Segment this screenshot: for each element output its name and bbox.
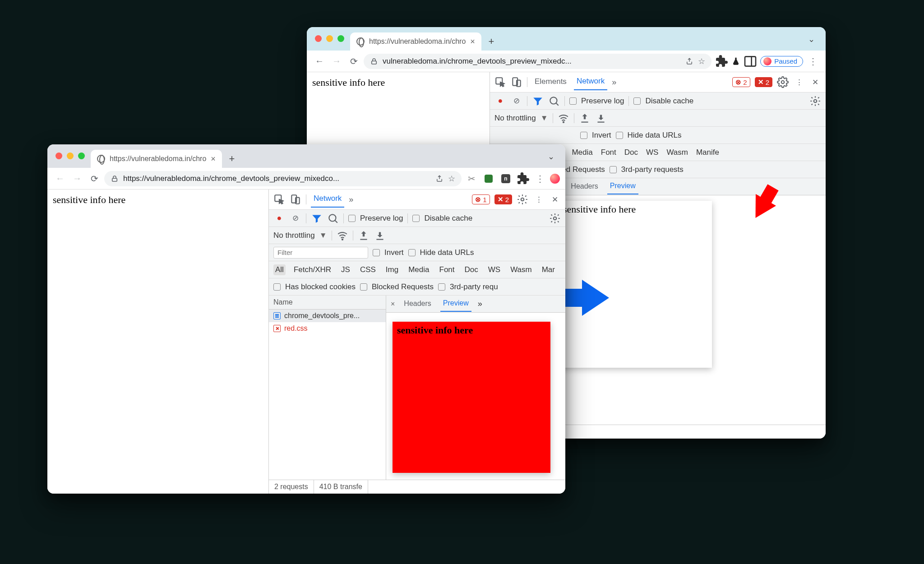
- clear-icon[interactable]: ⊘: [290, 213, 301, 224]
- preserve-log-checkbox[interactable]: [348, 215, 356, 222]
- close-window-button[interactable]: [55, 153, 62, 159]
- kebab-icon[interactable]: ⋮: [793, 76, 805, 88]
- name-column-header[interactable]: Name: [269, 296, 386, 310]
- panel-icon[interactable]: [743, 54, 758, 69]
- hide-urls-checkbox[interactable]: [408, 249, 416, 256]
- third-party-checkbox[interactable]: [610, 166, 617, 173]
- error-badge[interactable]: ⊗1: [472, 194, 490, 204]
- share-icon[interactable]: [685, 57, 693, 65]
- type-filter-all[interactable]: All: [273, 264, 286, 275]
- device-icon[interactable]: [511, 76, 522, 88]
- wifi-icon[interactable]: [558, 112, 569, 124]
- gear-icon[interactable]: [777, 76, 789, 88]
- chevron-down-icon[interactable]: ▼: [541, 114, 548, 123]
- network-settings-gear-icon[interactable]: [549, 213, 561, 224]
- type-filter[interactable]: Fetch/XHR: [292, 264, 333, 275]
- reload-button[interactable]: ⟳: [87, 171, 102, 186]
- upload-icon[interactable]: [579, 112, 591, 124]
- type-filter[interactable]: Font: [438, 264, 457, 275]
- type-filter[interactable]: Doc: [623, 147, 640, 158]
- record-icon[interactable]: ●: [273, 213, 285, 224]
- share-icon[interactable]: [435, 175, 444, 183]
- close-tab-icon[interactable]: ×: [470, 37, 475, 46]
- new-tab-button[interactable]: +: [485, 35, 498, 48]
- forward-button[interactable]: →: [70, 171, 84, 186]
- bookmark-icon[interactable]: ☆: [448, 174, 455, 184]
- filter-icon[interactable]: [311, 213, 323, 224]
- type-filter[interactable]: JS: [339, 264, 352, 275]
- gear-icon[interactable]: [517, 194, 528, 205]
- chevron-down-icon[interactable]: ▼: [319, 231, 327, 240]
- preserve-log-checkbox[interactable]: [569, 97, 577, 105]
- disable-cache-checkbox[interactable]: [412, 215, 420, 222]
- kebab-menu-icon[interactable]: ⋮: [806, 54, 820, 69]
- address-bar[interactable]: https://vulnerabledoma.in/chrome_devtool…: [104, 171, 462, 186]
- new-tab-button[interactable]: +: [226, 153, 238, 165]
- browser-tab[interactable]: https://vulnerabledoma.in/chro ×: [350, 32, 481, 51]
- filter-input[interactable]: [273, 247, 368, 259]
- kebab-menu-icon[interactable]: ⋮: [533, 171, 547, 186]
- hide-urls-checkbox[interactable]: [616, 132, 623, 139]
- more-tabs-icon[interactable]: »: [612, 78, 616, 87]
- minimize-window-button[interactable]: [326, 35, 333, 42]
- close-window-button[interactable]: [315, 35, 322, 42]
- scissors-icon[interactable]: ✂: [464, 171, 479, 186]
- more-tabs-icon[interactable]: »: [349, 195, 353, 204]
- device-icon[interactable]: [290, 194, 301, 205]
- detail-tab-preview[interactable]: Preview: [440, 296, 471, 312]
- error-badge[interactable]: ⊗2: [732, 77, 750, 87]
- request-row[interactable]: red.css: [269, 322, 386, 335]
- type-filter[interactable]: Wasm: [508, 264, 534, 275]
- type-filter[interactable]: CSS: [358, 264, 378, 275]
- download-icon[interactable]: [374, 230, 386, 241]
- disable-cache-checkbox[interactable]: [633, 97, 641, 105]
- close-tab-icon[interactable]: ×: [211, 154, 216, 164]
- network-settings-gear-icon[interactable]: [809, 95, 821, 107]
- back-button[interactable]: ←: [53, 171, 67, 186]
- ext-green-icon[interactable]: [481, 171, 496, 186]
- type-filter[interactable]: Mar: [540, 264, 557, 275]
- tab-network[interactable]: Network: [311, 191, 344, 208]
- forward-button[interactable]: →: [329, 54, 344, 69]
- blocked-requests-checkbox[interactable]: [360, 283, 367, 291]
- avatar-icon[interactable]: [550, 174, 560, 184]
- search-icon[interactable]: [327, 213, 339, 224]
- extensions-icon[interactable]: [714, 54, 729, 69]
- address-bar[interactable]: vulnerabledoma.in/chrome_devtools_previe…: [364, 54, 711, 69]
- bookmark-icon[interactable]: ☆: [698, 56, 705, 66]
- type-filter[interactable]: Media: [570, 147, 594, 158]
- profile-paused-chip[interactable]: Paused: [760, 56, 803, 67]
- maximize-window-button[interactable]: [78, 153, 85, 159]
- close-detail-icon[interactable]: ×: [391, 300, 395, 308]
- detail-tab-preview[interactable]: Preview: [607, 179, 638, 194]
- type-filter[interactable]: WS: [486, 264, 502, 275]
- type-filter[interactable]: Font: [599, 147, 618, 158]
- browser-tab[interactable]: https://vulnerabledoma.in/chro ×: [91, 150, 222, 168]
- filter-icon[interactable]: [532, 95, 544, 107]
- wifi-icon[interactable]: [337, 230, 348, 241]
- issue-badge[interactable]: ✕2: [755, 77, 772, 87]
- detail-tab-headers[interactable]: Headers: [568, 180, 601, 194]
- flask-icon[interactable]: [731, 57, 740, 66]
- throttling-select[interactable]: No throttling: [273, 231, 315, 240]
- minimize-window-button[interactable]: [67, 153, 74, 159]
- third-party-checkbox[interactable]: [438, 283, 445, 291]
- kebab-icon[interactable]: ⋮: [533, 194, 545, 205]
- invert-checkbox[interactable]: [373, 249, 380, 256]
- issue-badge[interactable]: ✕2: [494, 194, 512, 204]
- tabs-menu-button[interactable]: ⌄: [544, 150, 558, 163]
- search-icon[interactable]: [548, 95, 560, 107]
- type-filter[interactable]: WS: [644, 147, 660, 158]
- close-devtools-icon[interactable]: ✕: [549, 194, 561, 205]
- throttling-select[interactable]: No throttling: [494, 114, 536, 123]
- more-detail-tabs-icon[interactable]: »: [478, 299, 482, 309]
- record-icon[interactable]: ●: [494, 95, 506, 107]
- type-filter[interactable]: Img: [384, 264, 400, 275]
- back-button[interactable]: ←: [312, 54, 327, 69]
- reload-button[interactable]: ⟳: [346, 54, 361, 69]
- maximize-window-button[interactable]: [337, 35, 344, 42]
- ext-dark-icon[interactable]: n: [499, 171, 513, 186]
- type-filter[interactable]: Media: [407, 264, 431, 275]
- tabs-menu-button[interactable]: ⌄: [804, 32, 818, 46]
- type-filter[interactable]: Manife: [694, 147, 721, 158]
